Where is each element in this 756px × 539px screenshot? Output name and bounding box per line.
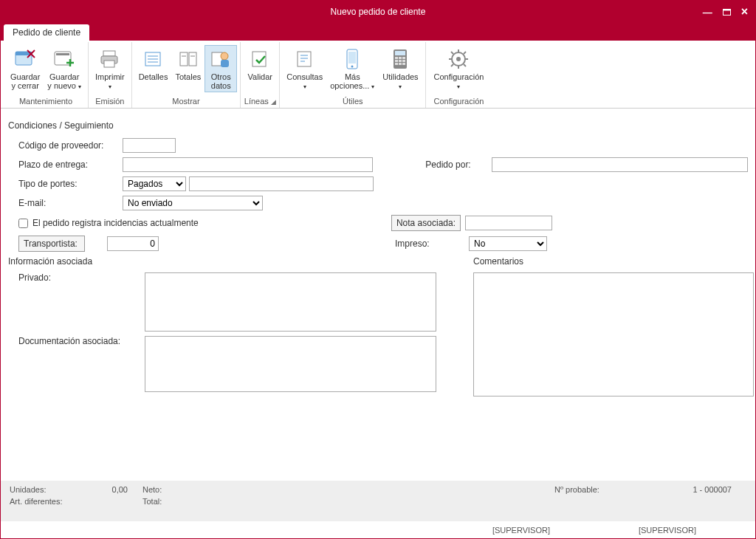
svg-rect-33: [395, 51, 405, 55]
label-email: E-mail:: [8, 198, 123, 208]
window-title: Nuevo pedido de cliente: [331, 7, 426, 17]
nota-asociada-button[interactable]: Nota asociada:: [391, 215, 461, 231]
tipo-portes-select[interactable]: Pagados: [123, 176, 186, 191]
print-icon: [98, 47, 122, 71]
totals-icon: [176, 47, 200, 71]
incidencias-checkbox[interactable]: El pedido registra incidencias actualmen…: [8, 218, 199, 228]
pedido-por-input[interactable]: [492, 157, 748, 172]
email-select[interactable]: No enviado: [123, 196, 263, 210]
minimize-icon[interactable]: —: [703, 7, 712, 17]
validar-button[interactable]: Validar: [244, 45, 276, 83]
value-unidades: 0,00: [76, 485, 128, 494]
label-neto: Neto:: [142, 485, 209, 494]
svg-rect-30: [348, 52, 356, 63]
svg-rect-38: [399, 60, 402, 62]
codigo-proveedor-input[interactable]: [123, 138, 176, 153]
other-data-icon: [209, 47, 233, 71]
titlebar: Nuevo pedido de cliente — ×: [1, 1, 755, 23]
label-plazo-entrega: Plazo de entrega:: [8, 159, 123, 170]
section-info: Información asociada: [8, 256, 444, 267]
svg-rect-34: [395, 57, 398, 59]
otros-datos-button[interactable]: Otros datos: [205, 45, 237, 92]
transportista-button[interactable]: Transportista:: [18, 236, 85, 252]
detalles-button[interactable]: Detalles: [135, 45, 172, 83]
configuracion-button[interactable]: Configuración▾: [429, 45, 488, 94]
value-art-diferentes: [76, 497, 128, 506]
label-n-probable: Nº probable:: [554, 485, 628, 494]
form-area: Condiciones / Seguimiento Código de prov…: [1, 109, 755, 481]
svg-rect-12: [104, 61, 114, 67]
mas-opciones-button[interactable]: Más opciones... ▾: [326, 45, 378, 94]
ribbon-group-emision: Imprimir▾ Emisión: [89, 42, 132, 108]
label-doc-asociada: Documentación asociada:: [8, 336, 145, 346]
svg-line-50: [464, 64, 466, 66]
value-n-probable: 1 - 000007: [628, 485, 732, 494]
label-art-diferentes: Art. diferentes:: [10, 497, 76, 506]
utilidades-button[interactable]: Utilidades▾: [378, 45, 422, 94]
svg-rect-42: [402, 63, 405, 65]
svg-rect-25: [298, 52, 311, 66]
calculator-icon: [388, 47, 412, 71]
footer: [SUPERVISOR] [SUPERVISOR]: [1, 521, 755, 538]
svg-rect-41: [399, 63, 402, 65]
label-codigo-proveedor: Código de proveedor:: [8, 140, 123, 151]
ribbon: Guardar y cerrar Guardar y nuevo ▾ Mante…: [1, 41, 755, 109]
tab-pedido-cliente[interactable]: Pedido de cliente: [4, 24, 89, 41]
transportista-input[interactable]: [107, 236, 159, 251]
ribbon-group-utiles: Consultas▾ Más opciones... ▾ Utilidades▾…: [280, 42, 426, 108]
label-privado: Privado:: [8, 272, 145, 283]
nota-asociada-input[interactable]: [465, 216, 552, 230]
label-unidades: Unidades:: [10, 485, 76, 494]
plazo-entrega-input[interactable]: [123, 157, 373, 172]
supervisor-left: [SUPERVISOR]: [492, 526, 550, 535]
incidencias-checkbox-input[interactable]: [18, 219, 28, 228]
label-total: Total:: [142, 497, 209, 506]
save-new-icon: [52, 47, 76, 71]
impreso-select[interactable]: No: [469, 236, 547, 251]
label-pedido-por: Pedido por:: [425, 159, 492, 170]
queries-icon: [293, 47, 317, 71]
guardar-nuevo-button[interactable]: Guardar y nuevo ▾: [44, 45, 85, 94]
svg-line-49: [451, 52, 453, 54]
details-icon: [142, 47, 165, 71]
svg-rect-18: [189, 52, 196, 66]
svg-rect-35: [399, 57, 402, 59]
svg-rect-39: [402, 60, 405, 62]
svg-rect-17: [180, 52, 188, 66]
ribbon-group-configuracion: Configuración▾ Configuración: [426, 42, 491, 108]
phone-icon: [340, 47, 364, 71]
ribbon-group-mostrar: Detalles Totales Otros datos Mostrar: [132, 42, 241, 108]
supervisor-right: [SUPERVISOR]: [639, 526, 696, 535]
svg-rect-24: [252, 52, 266, 66]
close-icon[interactable]: ×: [741, 6, 748, 18]
svg-point-31: [351, 66, 354, 68]
imprimir-button[interactable]: Imprimir▾: [92, 45, 128, 94]
svg-rect-37: [395, 60, 398, 62]
gear-icon: [447, 47, 470, 71]
guardar-cerrar-button[interactable]: Guardar y cerrar: [7, 45, 44, 92]
label-impreso: Impreso:: [395, 238, 469, 249]
doc-asociada-textarea[interactable]: [145, 336, 436, 392]
svg-point-22: [221, 52, 228, 60]
ribbon-group-lineas: Validar Líneas◢: [241, 42, 280, 108]
save-close-icon: [13, 47, 37, 71]
maximize-icon[interactable]: [723, 9, 731, 16]
svg-rect-40: [395, 63, 398, 65]
privado-textarea[interactable]: [145, 272, 436, 332]
svg-rect-10: [103, 51, 115, 56]
svg-rect-21: [212, 52, 222, 66]
svg-rect-36: [402, 57, 405, 59]
tipo-portes-extra-input[interactable]: [189, 176, 374, 191]
svg-rect-23: [221, 60, 229, 67]
section-condiciones: Condiciones / Seguimiento: [8, 120, 748, 131]
totales-button[interactable]: Totales: [171, 45, 205, 83]
lineas-dialog-launcher-icon[interactable]: ◢: [271, 98, 276, 106]
label-tipo-portes: Tipo de portes:: [8, 179, 123, 189]
statusbar: Unidades: 0,00 Art. diferentes: Neto: To…: [1, 481, 755, 521]
section-comentarios: Comentarios: [473, 256, 754, 267]
ribbon-group-mantenimiento: Guardar y cerrar Guardar y nuevo ▾ Mante…: [4, 42, 89, 108]
comentarios-textarea[interactable]: [473, 272, 754, 396]
consultas-button[interactable]: Consultas▾: [283, 45, 326, 94]
tabstrip: Pedido de cliente: [1, 23, 755, 41]
svg-point-44: [456, 57, 461, 61]
